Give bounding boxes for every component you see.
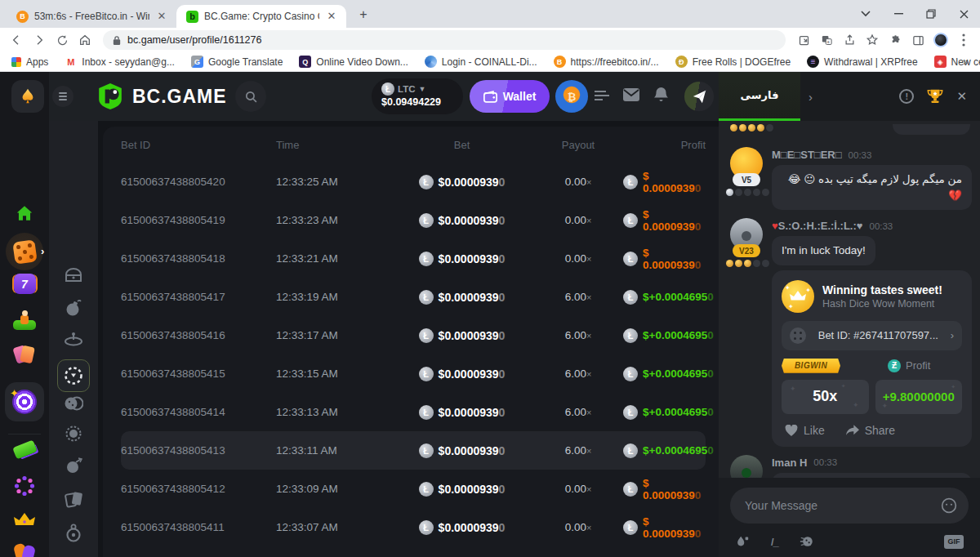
notifications-bell-icon[interactable]	[653, 87, 669, 103]
game-item-wreckingball[interactable]	[49, 457, 98, 474]
reload-icon[interactable]	[52, 30, 72, 50]
search-button[interactable]	[235, 81, 266, 112]
slash-command-icon[interactable]: /_	[771, 536, 778, 548]
profit-cell: Ł$ 0.00009390	[623, 515, 706, 540]
open-in-icon[interactable]	[794, 30, 813, 50]
game-item-plinko[interactable]	[49, 332, 98, 346]
tab-freebitco[interactable]: 53m:6s - FreeBitco.in - Win free b ✕	[7, 5, 176, 28]
tab-search-icon[interactable]	[849, 0, 882, 28]
forward-icon[interactable]	[29, 30, 49, 50]
table-row[interactable]: 6150063743880541912:33:23 AMŁ$0.00009390…	[121, 201, 706, 239]
profile-avatar[interactable]	[931, 30, 951, 50]
game-item-coins[interactable]	[49, 395, 98, 412]
side-panel-icon[interactable]	[908, 30, 928, 50]
avatar[interactable]	[730, 455, 763, 478]
chat-rules-icon[interactable]: !	[899, 89, 914, 104]
bookmark-item[interactable]: Google Translate	[191, 56, 283, 68]
home-icon[interactable]	[75, 30, 95, 50]
trophy-icon[interactable]	[927, 88, 943, 105]
bookmark-item[interactable]: Apps	[11, 56, 48, 68]
table-row[interactable]: 6150063743880541512:33:15 AMŁ$0.00009390…	[121, 354, 706, 393]
browser-menu-icon[interactable]	[954, 30, 973, 50]
search-icon	[244, 90, 258, 104]
sidebar-item-bingo[interactable]	[0, 309, 49, 330]
close-window-icon[interactable]	[947, 0, 980, 28]
username[interactable]: M□E□ST□ER□	[772, 149, 842, 161]
tab-bcgame[interactable]: BC.Game: Crypto Casino Games & ✕	[176, 5, 346, 28]
game-item-medal[interactable]	[49, 524, 98, 542]
bookmark-item[interactable]: Login - COINALL-Di...	[425, 56, 537, 68]
game-item-bomb[interactable]	[49, 299, 98, 317]
back-icon[interactable]	[7, 30, 26, 50]
bcgame-shield-icon	[96, 82, 124, 110]
game-item-cards[interactable]	[49, 490, 98, 508]
table-row[interactable]: 6150063743880541812:33:21 AMŁ$0.00009390…	[121, 239, 706, 278]
sidebar-item-originals[interactable]: ✦	[0, 382, 49, 421]
table-row[interactable]: 6150063743880541112:33:07 AMŁ$0.00009390…	[121, 508, 706, 546]
share-icon[interactable]	[840, 30, 859, 50]
restore-icon[interactable]	[915, 0, 947, 28]
chat-toggle-button[interactable]	[684, 82, 714, 111]
new-tab-button[interactable]: +	[353, 4, 374, 25]
bookmark-item[interactable]: Online Video Down...	[299, 56, 408, 68]
bookmark-label: https://freebitco.in/...	[571, 56, 659, 68]
sidebar-item-promotions[interactable]	[0, 345, 49, 365]
game-item-hashdice-selected[interactable]	[49, 359, 98, 392]
mail-icon[interactable]	[622, 87, 640, 102]
bookmark-label: Inbox - seyydan@g...	[82, 56, 175, 68]
xrp-icon	[807, 56, 819, 68]
spade-logo-tile[interactable]	[11, 80, 44, 113]
dice-throw-icon[interactable]	[800, 534, 814, 549]
user-avatar[interactable]: ₿	[555, 80, 588, 113]
sidebar-item-lottery[interactable]	[0, 475, 49, 497]
tab-close-icon[interactable]: ✕	[325, 10, 338, 23]
bookmark-item[interactable]: Free Rolls | DOGEfree	[675, 56, 791, 68]
table-row[interactable]: 6150063743880541312:33:11 AMŁ$0.00009390…	[121, 431, 706, 470]
bookmarks-overflow-icon[interactable]: »	[963, 56, 969, 68]
language-chevron-icon[interactable]: ›	[808, 90, 813, 104]
username[interactable]: ♥S.:O.:H.:E.:İ.:L.:♥	[772, 220, 862, 232]
wallet-button[interactable]: Wallet	[470, 80, 550, 113]
game-item-sword[interactable]	[49, 554, 98, 557]
table-row[interactable]: 6150063743880542012:33:25 AMŁ$0.00009390…	[121, 163, 706, 201]
table-row[interactable]: 6150063743880541712:33:19 AMŁ$0.00009390…	[121, 278, 706, 316]
bookmark-star-icon[interactable]	[862, 30, 882, 50]
bookmark-label: Withdrawal | XRPfree	[824, 56, 918, 68]
collapse-menu-button[interactable]	[52, 86, 74, 107]
balance-selector[interactable]: Ł LTC ▼ $0.09494229	[372, 78, 463, 114]
gif-button[interactable]: GIF	[944, 535, 964, 549]
coin-rain-icon[interactable]	[735, 534, 750, 549]
minimize-icon[interactable]	[882, 0, 915, 28]
emoji-icon[interactable]	[941, 497, 957, 514]
sidebar-item-vip[interactable]	[0, 510, 49, 528]
bookmark-item[interactable]: https://freebitco.in/...	[554, 56, 659, 68]
username[interactable]: Iman H	[772, 457, 807, 469]
rail-expand-chevron-icon[interactable]: ›	[41, 245, 44, 257]
bookmark-item[interactable]: New century	[934, 56, 980, 68]
table-row[interactable]: 6150063743880541212:33:09 AMŁ$0.00009390…	[121, 470, 706, 508]
game-item-chest[interactable]	[49, 268, 98, 283]
bookmark-item[interactable]: Inbox - seyydan@g...	[65, 56, 175, 68]
share-button[interactable]: Share	[846, 424, 895, 437]
chat-language-tab[interactable]: فارسی	[719, 72, 800, 121]
bet-cell: Ł$0.00009390	[390, 252, 533, 266]
sidebar-item-slots[interactable]: 7	[0, 274, 49, 294]
bookmark-item[interactable]: Withdrawal | XRPfree	[807, 56, 918, 68]
sidebar-item-social[interactable]	[0, 543, 49, 557]
sidebar-item-home[interactable]	[0, 203, 49, 224]
table-row[interactable]: 6150063743880541612:33:17 AMŁ$0.00009390…	[121, 316, 706, 354]
table-row[interactable]: 6150063743880541412:33:13 AMŁ$0.00009390…	[121, 393, 706, 431]
like-button[interactable]: Like	[785, 424, 825, 437]
sidebar-item-sports[interactable]	[0, 443, 49, 456]
address-bar[interactable]: bc.game/user/profile/1611276	[103, 30, 786, 50]
bcgame-logo[interactable]: BC.GAME	[96, 82, 227, 110]
extensions-icon[interactable]	[885, 30, 905, 50]
chat-close-icon[interactable]: ✕	[956, 89, 967, 104]
profit-cell: Ł$+0.00046950	[623, 328, 714, 343]
tab-close-icon[interactable]: ✕	[155, 10, 168, 23]
game-item-lion[interactable]	[49, 425, 98, 443]
message-input[interactable]	[745, 499, 941, 512]
win-card-bet-id[interactable]: Bet ID: #267411707597... ›	[782, 321, 962, 350]
betslip-menu-icon[interactable]	[595, 90, 609, 101]
translate-icon[interactable]: a	[817, 30, 836, 50]
